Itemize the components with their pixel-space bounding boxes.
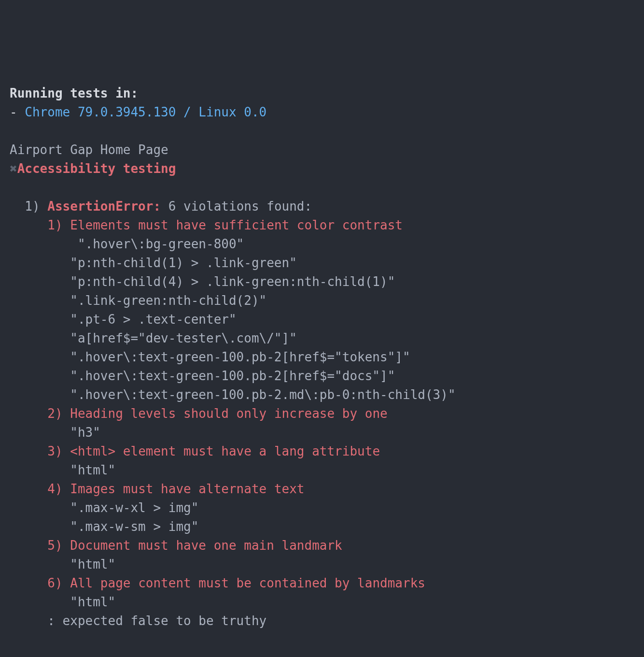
violation-number: 6) bbox=[47, 576, 62, 590]
violation-selector: "a[href$="dev-tester\.com\/"]" bbox=[70, 331, 297, 345]
violation-title: Elements must have sufficient color cont… bbox=[70, 218, 403, 232]
violation-selector: ".link-green:nth-child(2)" bbox=[70, 293, 266, 308]
bullet: - bbox=[10, 105, 25, 119]
test-name: Accessibility testing bbox=[17, 161, 176, 176]
violation-selector: ".hover\:text-green-100.pb-2[href$="toke… bbox=[70, 350, 410, 364]
violations-summary: 6 violations found: bbox=[168, 199, 312, 214]
violation-selector: ".max-w-sm > img" bbox=[70, 519, 198, 534]
violation-number: 5) bbox=[47, 538, 62, 553]
violation-title: All page content must be contained by la… bbox=[70, 576, 425, 590]
browser-env: Chrome 79.0.3945.130 / Linux 0.0 bbox=[25, 105, 266, 119]
violation-selector: "p:nth-child(4) > .link-green:nth-child(… bbox=[70, 274, 395, 289]
terminal-output: Running tests in: - Chrome 79.0.3945.130… bbox=[10, 84, 634, 630]
violation-number: 2) bbox=[47, 406, 62, 421]
violation-title: <html> element must have a lang attribut… bbox=[70, 444, 380, 458]
violation-selector: "h3" bbox=[70, 425, 100, 440]
violation-selector: "html" bbox=[70, 595, 115, 609]
violation-selector: ".pt-6 > .text-center" bbox=[70, 312, 236, 327]
suite-name: Airport Gap Home Page bbox=[10, 143, 168, 157]
violation-selector: "p:nth-child(1) > .link-green" bbox=[70, 256, 297, 270]
violation-selector: ".hover\:text-green-100.pb-2[href$="docs… bbox=[70, 369, 395, 383]
violation-selector: "html" bbox=[70, 463, 115, 477]
violation-selector: ".max-w-xl > img" bbox=[70, 500, 198, 515]
violation-title: Heading levels should only increase by o… bbox=[70, 406, 387, 421]
violation-number: 1) bbox=[47, 218, 62, 232]
violation-selector: "html" bbox=[70, 557, 115, 571]
violation-number: 3) bbox=[47, 444, 62, 458]
error-number: 1) bbox=[25, 199, 40, 214]
assertion-error-label: AssertionError: bbox=[47, 199, 161, 214]
violation-title: Images must have alternate text bbox=[70, 482, 304, 496]
violation-selector: ".hover\:text-green-100.pb-2.md\:pb-0:nt… bbox=[70, 387, 455, 402]
violation-selector: ".hover\:bg-green-800" bbox=[70, 237, 244, 251]
violations-list: 1) Elements must have sufficient color c… bbox=[10, 216, 634, 612]
running-tests-label: Running tests in: bbox=[10, 86, 138, 100]
cross-icon: ✖ bbox=[10, 161, 17, 176]
expected-footer: : expected false to be truthy bbox=[47, 614, 266, 628]
violation-number: 4) bbox=[47, 482, 62, 496]
violation-title: Document must have one main landmark bbox=[70, 538, 342, 553]
